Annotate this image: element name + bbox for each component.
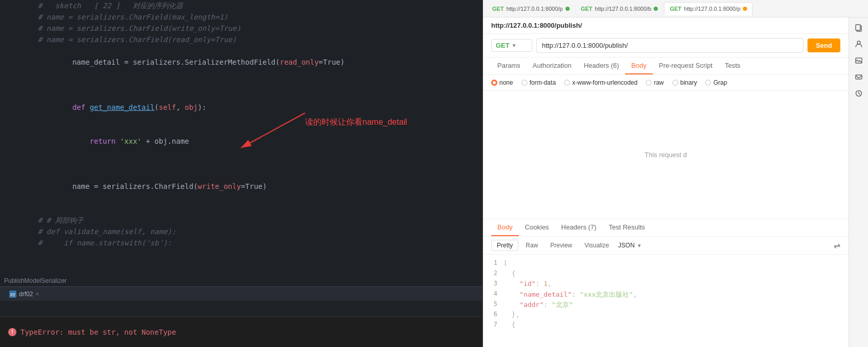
line-content: "name_detail": "xxx北京出版社", <box>503 290 849 299</box>
radio-binary-dot <box>672 80 678 86</box>
line-content: "id": 1, <box>503 280 849 289</box>
resp-tab-test-results[interactable]: Test Results <box>602 219 651 236</box>
option-form-data[interactable]: form-data <box>521 79 556 86</box>
send-button[interactable]: Send <box>808 38 840 52</box>
format-tabs: Pretty Raw Preview Visualize JSON ▼ ⇌ <box>483 237 849 255</box>
person-icon[interactable] <box>853 38 865 50</box>
code-line: def get_name_detail(self, obj): <box>0 90 482 124</box>
json-format-select[interactable]: JSON ▼ <box>618 242 642 249</box>
json-line: 1 [ <box>483 259 849 269</box>
copy-icon[interactable] <box>853 22 865 34</box>
file-tab-bar: py drf02 × <box>0 286 482 301</box>
option-none[interactable]: none <box>491 79 513 86</box>
tab-authorization[interactable]: Authorization <box>527 57 578 74</box>
code-text: # def validate_name(self, name): <box>21 226 478 237</box>
line-num: 6 <box>483 311 503 320</box>
resp-tab-cookies[interactable]: Cookies <box>519 219 555 236</box>
code-line: return 'xxx' + obj.name <box>0 124 482 158</box>
json-body: 1 [ 2 { 3 "id": 1, 4 "name_de <box>483 255 849 347</box>
line-content: { <box>503 321 849 330</box>
code-line: name_detail = serializers.SerializerMeth… <box>0 45 482 79</box>
code-text: # # 局部钩子 <box>21 215 478 226</box>
method-select[interactable]: GET ▼ <box>491 39 532 52</box>
code-lines: # sketch [ 22 ] 对应的序列化器 # name = seriali… <box>0 0 482 248</box>
fmt-tab-raw[interactable]: Raw <box>520 240 543 250</box>
request-notice: This request d <box>483 91 849 219</box>
option-form-data-label: form-data <box>530 79 556 86</box>
tab-headers[interactable]: Headers (6) <box>578 57 625 74</box>
tab2-url: http://127.0.0.1:8000/b <box>595 6 651 12</box>
tab1-method: GET <box>492 6 504 12</box>
code-line: # def validate_name(self, name): <box>0 226 482 237</box>
tab-pre-request[interactable]: Pre-request Script <box>653 57 719 74</box>
close-tab-button[interactable]: × <box>35 291 39 298</box>
request-bar: GET ▼ Send <box>483 34 849 57</box>
line-content: [ <box>503 259 849 268</box>
error-text: TypeError: must be str, not NoneType <box>21 328 176 336</box>
line-num: 2 <box>483 269 503 279</box>
radio-none-dot <box>491 80 497 86</box>
response-tabs: Body Cookies Headers (7) Test Results <box>483 219 849 237</box>
postman-tab-3[interactable]: GET http://127.0.0.1:8000/p <box>664 2 753 15</box>
tab3-status-dot <box>743 7 747 11</box>
option-binary[interactable]: binary <box>672 79 697 86</box>
fmt-tab-preview[interactable]: Preview <box>545 240 577 250</box>
postman-top-tabs: GET http://127.0.0.1:8000/p GET http://1… <box>483 0 868 17</box>
code-text: # sketch [ 22 ] 对应的序列化器 <box>21 0 478 11</box>
resp-tab-headers[interactable]: Headers (7) <box>555 219 603 236</box>
svg-rect-3 <box>856 25 860 30</box>
tab-tests[interactable]: Tests <box>719 57 746 74</box>
code-text: # if name.startswith('sb'): <box>21 237 478 248</box>
tab2-method: GET <box>581 6 593 12</box>
code-line: name = serializers.CharField(write_only=… <box>0 169 482 203</box>
url-input[interactable] <box>536 38 803 53</box>
code-text: name = serializers.CharField(write_only=… <box>21 169 478 203</box>
postman-tab-1[interactable]: GET http://127.0.0.1:8000/p <box>487 2 575 15</box>
code-text <box>21 158 478 169</box>
json-format-label: JSON <box>618 242 635 249</box>
postman-sidebar <box>849 17 868 347</box>
image-icon[interactable] <box>853 54 865 67</box>
json-line: 6 }, <box>483 310 849 320</box>
radio-form-data-dot <box>521 80 528 86</box>
url-display: http://127.0.0.1:8000/publish/ <box>483 17 849 34</box>
radio-raw-dot <box>645 80 652 86</box>
option-none-label: none <box>499 79 513 86</box>
response-area: Body Cookies Headers (7) Test Results Pr… <box>483 219 849 347</box>
tab-body[interactable]: Body <box>625 57 653 74</box>
code-line: # name = serializers.CharField(max_lengt… <box>0 11 482 23</box>
method-value: GET <box>496 42 510 49</box>
option-graphql-label: Grap <box>713 79 727 86</box>
radio-graphql-dot <box>705 80 711 86</box>
clock-icon[interactable] <box>853 87 865 100</box>
option-graphql[interactable]: Grap <box>705 79 727 86</box>
postman-tab-2[interactable]: GET http://127.0.0.1:8000/b <box>576 2 663 15</box>
line-num: 5 <box>483 300 503 310</box>
request-notice-text: This request d <box>644 151 687 159</box>
option-raw-label: raw <box>654 79 663 86</box>
tab2-status-dot <box>654 7 658 11</box>
tab-params[interactable]: Params <box>491 57 527 74</box>
option-urlencoded[interactable]: x-www-form-urlencoded <box>564 79 637 86</box>
error-icon: ! <box>8 328 16 336</box>
fmt-tab-visualize[interactable]: Visualize <box>579 240 614 250</box>
resp-tab-body[interactable]: Body <box>491 219 519 236</box>
code-text: # name = serializers.CharField(write_onl… <box>21 23 478 34</box>
url-display-text: http://127.0.0.1:8000/publish/ <box>491 22 582 29</box>
line-content: { <box>503 269 849 279</box>
line-num: 7 <box>483 321 503 330</box>
code-text: def get_name_detail(self, obj): <box>21 90 478 124</box>
json-line: 7 { <box>483 320 849 331</box>
mail-icon[interactable] <box>853 71 865 83</box>
line-num: 3 <box>483 280 503 289</box>
json-line: 3 "id": 1, <box>483 279 849 290</box>
postman-content: http://127.0.0.1:8000/publish/ GET ▼ Sen… <box>483 17 849 347</box>
line-num: 4 <box>483 290 503 299</box>
option-raw[interactable]: raw <box>645 79 663 86</box>
code-editor: # sketch [ 22 ] 对应的序列化器 # name = seriali… <box>0 0 482 347</box>
line-content: }, <box>503 311 849 320</box>
file-tab[interactable]: py drf02 × <box>4 290 44 299</box>
wrap-icon[interactable]: ⇌ <box>834 241 840 250</box>
code-line: # # 局部钩子 <box>0 215 482 226</box>
fmt-tab-pretty[interactable]: Pretty <box>491 240 518 251</box>
